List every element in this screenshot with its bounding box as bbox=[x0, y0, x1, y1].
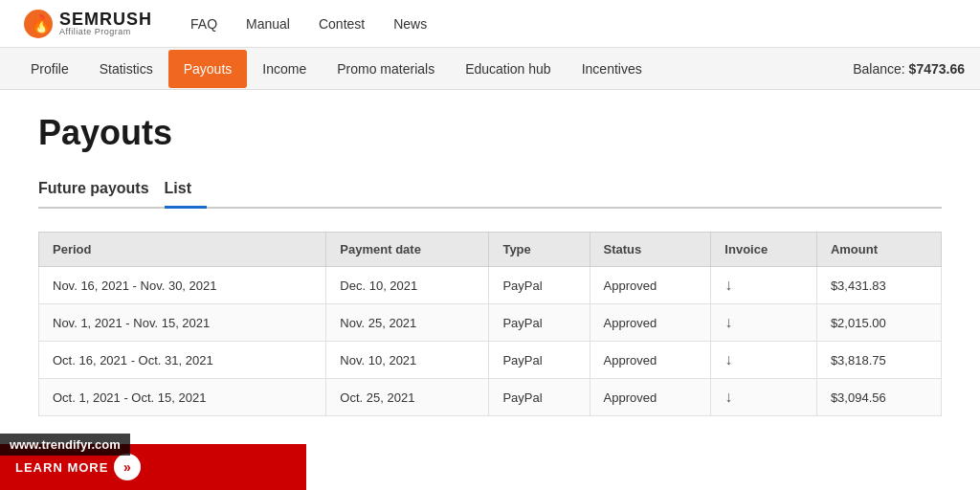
cell-status: Approved bbox=[590, 304, 711, 342]
table-row: Nov. 16, 2021 - Nov. 30, 2021 Dec. 10, 2… bbox=[39, 267, 942, 304]
cell-type: PayPal bbox=[489, 267, 590, 304]
cell-amount: $3,818.75 bbox=[816, 342, 941, 379]
cell-status: Approved bbox=[590, 379, 711, 416]
cell-period: Oct. 16, 2021 - Oct. 31, 2021 bbox=[39, 342, 326, 379]
logo-area: 🔥 SEMRUSH Affiliate Program bbox=[23, 9, 152, 39]
cell-period: Nov. 16, 2021 - Nov. 30, 2021 bbox=[39, 267, 326, 304]
cell-invoice[interactable]: ↓ bbox=[711, 267, 817, 304]
nav-faq[interactable]: FAQ bbox=[190, 16, 217, 32]
subnav-profile[interactable]: Profile bbox=[15, 50, 84, 88]
cell-payment-date: Oct. 25, 2021 bbox=[326, 379, 489, 416]
download-icon[interactable]: ↓ bbox=[724, 314, 732, 330]
payout-table: Period Payment date Type Status Invoice … bbox=[38, 232, 942, 416]
watermark: www.trendifyr.com bbox=[0, 434, 130, 456]
nav-contest[interactable]: Contest bbox=[319, 16, 365, 32]
col-status: Status bbox=[590, 233, 711, 267]
subnav-payouts[interactable]: Payouts bbox=[168, 50, 248, 88]
sub-nav-links: Profile Statistics Payouts Income Promo … bbox=[15, 50, 853, 88]
subnav-promo[interactable]: Promo materials bbox=[322, 50, 450, 88]
tab-list[interactable]: List bbox=[165, 172, 207, 207]
learn-more-label: LEARN MORE bbox=[15, 460, 108, 475]
cell-amount: $3,094.56 bbox=[816, 379, 941, 416]
cell-period: Nov. 1, 2021 - Nov. 15, 2021 bbox=[39, 304, 326, 342]
page-title: Payouts bbox=[38, 113, 942, 153]
col-amount: Amount bbox=[816, 233, 941, 267]
table-header: Period Payment date Type Status Invoice … bbox=[39, 233, 942, 267]
cell-invoice[interactable]: ↓ bbox=[711, 304, 817, 342]
col-payment-date: Payment date bbox=[326, 233, 489, 267]
balance-label: Balance: bbox=[853, 61, 904, 77]
subnav-income[interactable]: Income bbox=[247, 50, 322, 88]
logo-sub: Affiliate Program bbox=[59, 28, 152, 36]
nav-manual[interactable]: Manual bbox=[246, 16, 290, 32]
logo-name: SEMRUSH bbox=[59, 11, 152, 28]
cell-type: PayPal bbox=[489, 342, 590, 379]
cell-invoice[interactable]: ↓ bbox=[711, 379, 817, 416]
nav-news[interactable]: News bbox=[393, 16, 427, 32]
download-icon[interactable]: ↓ bbox=[724, 389, 732, 405]
cell-type: PayPal bbox=[489, 379, 590, 416]
logo-text: SEMRUSH Affiliate Program bbox=[59, 11, 152, 36]
download-icon[interactable]: ↓ bbox=[724, 277, 732, 293]
chevron-circle: » bbox=[114, 454, 141, 480]
cell-status: Approved bbox=[590, 342, 711, 379]
col-invoice: Invoice bbox=[711, 233, 817, 267]
cell-amount: $2,015.00 bbox=[816, 304, 941, 342]
learn-more-button[interactable]: LEARN MORE » bbox=[15, 454, 141, 480]
balance-value: $7473.66 bbox=[909, 61, 965, 77]
table-row: Nov. 1, 2021 - Nov. 15, 2021 Nov. 25, 20… bbox=[39, 304, 942, 342]
subnav-education[interactable]: Education hub bbox=[450, 50, 567, 88]
balance-display: Balance: $7473.66 bbox=[853, 61, 965, 77]
chevron-right-icon: » bbox=[123, 459, 132, 475]
col-period: Period bbox=[39, 233, 326, 267]
cell-amount: $3,431.83 bbox=[816, 267, 941, 304]
logo-icon: 🔥 bbox=[23, 9, 54, 39]
svg-text:🔥: 🔥 bbox=[31, 13, 53, 34]
top-nav-links: FAQ Manual Contest News bbox=[190, 16, 427, 32]
table-row: Oct. 1, 2021 - Oct. 15, 2021 Oct. 25, 20… bbox=[39, 379, 942, 416]
subnav-incentives[interactable]: Incentives bbox=[567, 50, 657, 88]
subnav-statistics[interactable]: Statistics bbox=[84, 50, 168, 88]
cell-status: Approved bbox=[590, 267, 711, 304]
sub-nav: Profile Statistics Payouts Income Promo … bbox=[0, 48, 980, 90]
cell-payment-date: Dec. 10, 2021 bbox=[326, 267, 489, 304]
col-type: Type bbox=[489, 233, 590, 267]
tab-future-payouts[interactable]: Future payouts bbox=[38, 172, 165, 207]
tabs-container: Future payouts List bbox=[38, 172, 942, 209]
cell-payment-date: Nov. 10, 2021 bbox=[326, 342, 489, 379]
cell-payment-date: Nov. 25, 2021 bbox=[326, 304, 489, 342]
cell-type: PayPal bbox=[489, 304, 590, 342]
cell-invoice[interactable]: ↓ bbox=[711, 342, 817, 379]
download-icon[interactable]: ↓ bbox=[724, 351, 732, 368]
table-body: Nov. 16, 2021 - Nov. 30, 2021 Dec. 10, 2… bbox=[39, 267, 942, 416]
top-nav: 🔥 SEMRUSH Affiliate Program FAQ Manual C… bbox=[0, 0, 980, 48]
cell-period: Oct. 1, 2021 - Oct. 15, 2021 bbox=[39, 379, 326, 416]
main-content: Payouts Future payouts List Period Payme… bbox=[0, 90, 980, 439]
table-row: Oct. 16, 2021 - Oct. 31, 2021 Nov. 10, 2… bbox=[39, 342, 942, 379]
